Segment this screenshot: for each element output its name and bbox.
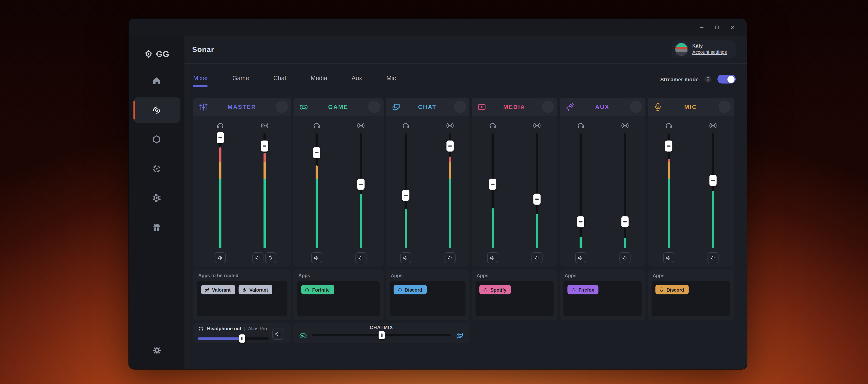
close-icon bbox=[730, 24, 736, 30]
apps-drop-zone[interactable]: Discord bbox=[390, 281, 466, 317]
ear-button[interactable] bbox=[265, 252, 276, 263]
volume-slider[interactable] bbox=[355, 133, 366, 248]
tab-mic[interactable]: Mic bbox=[386, 69, 396, 89]
slider-handle[interactable] bbox=[313, 147, 320, 158]
close-window-button[interactable] bbox=[730, 24, 736, 30]
volume-slider[interactable] bbox=[311, 133, 322, 248]
broadcast-icon bbox=[445, 121, 454, 130]
sidebar-item-hexagon[interactable] bbox=[133, 127, 180, 152]
headphone-icon bbox=[483, 287, 488, 292]
volume-slider[interactable] bbox=[531, 133, 542, 248]
speaker-button[interactable] bbox=[708, 252, 719, 263]
titlebar[interactable] bbox=[129, 19, 747, 35]
app-badge-spotify[interactable]: Spotify bbox=[479, 285, 511, 294]
slider-handle[interactable] bbox=[239, 334, 245, 343]
speaker-button[interactable] bbox=[355, 252, 366, 263]
slider-handle[interactable] bbox=[621, 217, 628, 227]
speaker-button[interactable] bbox=[215, 252, 225, 263]
app-badge-discord[interactable]: Discord bbox=[394, 285, 427, 294]
speaker-muted-icon bbox=[204, 287, 210, 292]
sidebar-item-home[interactable] bbox=[133, 68, 180, 93]
channel-settings-button[interactable] bbox=[276, 101, 288, 113]
volume-slider[interactable] bbox=[619, 133, 630, 248]
account-name: Kitty bbox=[692, 43, 727, 49]
slider-handle[interactable] bbox=[665, 140, 672, 152]
apps-drop-zone[interactable]: Fortnite bbox=[297, 281, 380, 317]
volume-slider[interactable] bbox=[487, 133, 498, 248]
sidebar-item-chip[interactable] bbox=[133, 185, 180, 211]
speaker-button[interactable] bbox=[663, 252, 674, 263]
tab-mixer[interactable]: Mixer bbox=[193, 69, 208, 89]
slider-handle[interactable] bbox=[577, 217, 584, 227]
volume-slider[interactable] bbox=[215, 133, 225, 248]
headphone-out-mute-button[interactable] bbox=[272, 328, 283, 339]
slider-handle[interactable] bbox=[710, 175, 717, 186]
volume-slider[interactable] bbox=[708, 133, 719, 248]
slider-handle[interactable] bbox=[216, 132, 224, 143]
app-logo: GG bbox=[144, 39, 169, 68]
speaker-icon bbox=[533, 254, 540, 261]
tab-chat[interactable]: Chat bbox=[273, 69, 286, 89]
streamer-mode-label: Streamer mode bbox=[660, 76, 699, 82]
channel-settings-button[interactable] bbox=[454, 101, 466, 113]
speaker-button[interactable] bbox=[531, 252, 542, 263]
info-button[interactable] bbox=[704, 75, 712, 84]
sidebar-item-gift[interactable] bbox=[133, 215, 180, 240]
app-badge-discord[interactable]: Discord bbox=[655, 285, 688, 294]
volume-slider[interactable] bbox=[400, 133, 411, 248]
slider-track bbox=[623, 133, 626, 248]
level-meter bbox=[219, 147, 221, 248]
apps-drop-zone[interactable]: Discord bbox=[652, 281, 730, 317]
volume-slider[interactable] bbox=[444, 133, 455, 248]
slider-handle[interactable] bbox=[533, 193, 540, 204]
speaker-button[interactable] bbox=[444, 252, 455, 263]
avatar bbox=[675, 42, 688, 56]
channel-header: MEDIA bbox=[472, 98, 557, 116]
slider-handle[interactable] bbox=[489, 178, 496, 189]
channel-settings-button[interactable] bbox=[368, 101, 380, 113]
slider-handle[interactable] bbox=[402, 190, 409, 201]
tab-media[interactable]: Media bbox=[311, 69, 327, 89]
apps-drop-zone[interactable]: ValorantValorant bbox=[197, 281, 287, 317]
speaker-button[interactable] bbox=[487, 252, 498, 263]
channel-strip-media: MEDIA bbox=[472, 98, 557, 267]
sidebar-item-moments[interactable] bbox=[133, 156, 180, 182]
broadcast-icon bbox=[709, 121, 717, 130]
speaker-button[interactable] bbox=[575, 252, 586, 263]
minimize-window-button[interactable] bbox=[699, 24, 705, 30]
tab-game[interactable]: Game bbox=[232, 69, 249, 89]
slider-handle[interactable] bbox=[446, 140, 454, 152]
apps-label: Apps bbox=[391, 273, 465, 278]
apps-drop-zone[interactable]: Spotify bbox=[475, 281, 554, 317]
speaker-button[interactable] bbox=[252, 252, 264, 263]
volume-slider[interactable] bbox=[663, 133, 674, 248]
volume-slider[interactable] bbox=[575, 133, 586, 248]
apps-drop-zone[interactable]: Firefox bbox=[563, 281, 642, 317]
channel-settings-button[interactable] bbox=[719, 101, 731, 113]
streamer-mode-toggle[interactable] bbox=[717, 75, 736, 84]
sidebar-item-settings[interactable] bbox=[133, 339, 180, 361]
slider-handle[interactable] bbox=[261, 140, 268, 152]
volume-slider[interactable] bbox=[259, 133, 270, 248]
speaker-button[interactable] bbox=[619, 252, 630, 263]
maximize-window-button[interactable] bbox=[714, 24, 720, 30]
speaker-button[interactable] bbox=[311, 252, 322, 263]
channel-settings-button[interactable] bbox=[630, 101, 642, 113]
chatmix-slider[interactable] bbox=[312, 331, 451, 339]
app-badge-valorant[interactable]: Valorant bbox=[238, 285, 272, 294]
account-chip[interactable]: Kitty Account settings bbox=[671, 40, 736, 58]
app-badge-valorant[interactable]: Valorant bbox=[201, 285, 235, 294]
app-badge-fortnite[interactable]: Fortnite bbox=[301, 285, 334, 294]
sidebar-item-sonar[interactable] bbox=[133, 97, 180, 123]
headphone-out-slider[interactable] bbox=[198, 334, 269, 343]
channel-settings-button[interactable] bbox=[542, 101, 554, 113]
slider-handle[interactable] bbox=[357, 178, 364, 189]
tab-aux[interactable]: Aux bbox=[352, 69, 362, 89]
level-meter bbox=[263, 153, 266, 248]
broadcast-icon bbox=[356, 121, 365, 130]
device-name: Alias Pro bbox=[248, 326, 267, 331]
slider-handle[interactable] bbox=[379, 331, 385, 339]
speaker-button[interactable] bbox=[400, 252, 411, 263]
account-settings-link[interactable]: Account settings bbox=[692, 49, 727, 56]
app-badge-firefox[interactable]: Firefox bbox=[567, 285, 598, 294]
